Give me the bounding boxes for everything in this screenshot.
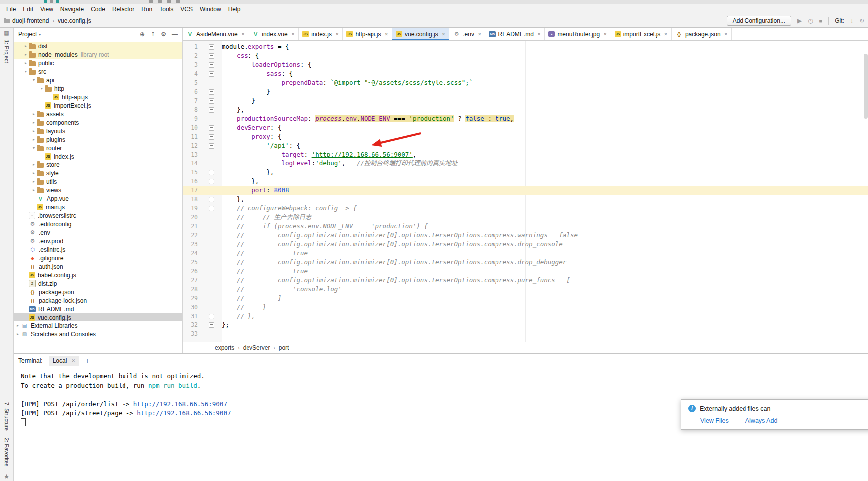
close-icon[interactable]: ✕: [71, 358, 75, 363]
breadcrumb-item-duoji-frontend[interactable]: duoji-frontend: [12, 17, 49, 24]
editor-breadcrumb-exports[interactable]: exports: [215, 344, 234, 351]
fold-start-icon[interactable]: [209, 62, 214, 68]
tab-close-icon[interactable]: ✕: [291, 32, 295, 37]
project-panel-title[interactable]: Project: [18, 31, 37, 38]
code-line-28[interactable]: 28 // 'console.log': [183, 285, 868, 294]
tree-item-plugins[interactable]: ▸plugins: [14, 135, 182, 144]
chevron-right-icon[interactable]: ▸: [31, 137, 37, 142]
editor-tab-package-json[interactable]: {}package.json✕: [672, 28, 732, 40]
editor-tab-index-js[interactable]: JSindex.js✕: [299, 28, 343, 40]
chevron-down-icon[interactable]: ▾: [23, 69, 29, 74]
code-line-13[interactable]: 13 target: 'http://192.168.66.56:9007',: [183, 150, 868, 159]
tree-item-vue-config-js[interactable]: JSvue.config.js: [14, 313, 182, 321]
editor-scrollbar[interactable]: [864, 54, 868, 119]
fold-start-icon[interactable]: [209, 44, 214, 50]
code-line-1[interactable]: 1module.exports = {: [183, 42, 868, 51]
editor-breadcrumb-devserver[interactable]: devServer: [243, 344, 270, 351]
code-line-14[interactable]: 14 logLevel:'debug', //控制台终端打印代理前的真实地址: [183, 159, 868, 168]
menu-item-tools[interactable]: Tools: [156, 5, 177, 14]
tree-item-readme-md[interactable]: MDREADME.md: [14, 305, 182, 313]
tree-item-app-vue[interactable]: VApp.vue: [14, 194, 182, 203]
code-line-8[interactable]: 8 },: [183, 105, 868, 114]
chevron-right-icon[interactable]: ▸: [31, 179, 37, 184]
chevron-right-icon[interactable]: ▸: [23, 44, 29, 48]
tree-item-layouts[interactable]: ▸layouts: [14, 127, 182, 135]
view-files-link[interactable]: View Files: [700, 417, 729, 424]
menu-item-code[interactable]: Code: [87, 5, 109, 14]
chevron-right-icon[interactable]: ▸: [31, 112, 37, 116]
tree-item-main-js[interactable]: JSmain.js: [14, 203, 182, 211]
code-line-15[interactable]: 15 },: [183, 168, 868, 177]
tab-close-icon[interactable]: ✕: [537, 32, 541, 37]
tree-item-eslintrc-js[interactable]: ⬡.eslintrc.js: [14, 245, 182, 254]
tree-item-components[interactable]: ▸components: [14, 118, 182, 127]
chevron-right-icon[interactable]: ▸: [31, 188, 37, 192]
tree-item-assets[interactable]: ▸assets: [14, 110, 182, 118]
chevron-down-icon[interactable]: ▾: [39, 32, 41, 37]
tree-item-package-json[interactable]: {}package.json: [14, 288, 182, 296]
stop-icon[interactable]: ■: [819, 18, 823, 24]
code-line-3[interactable]: 3 loaderOptions: {: [183, 60, 868, 69]
fold-end-icon[interactable]: [209, 107, 214, 113]
code-line-32[interactable]: 32};: [183, 321, 868, 329]
code-line-25[interactable]: 25 // config.optimization.minimizer[0].o…: [183, 258, 868, 267]
tree-item-dist-zip[interactable]: Zdist.zip: [14, 279, 182, 288]
editor[interactable]: 1module.exports = {2 css: {3 loaderOptio…: [183, 41, 868, 342]
fold-end-icon[interactable]: [209, 322, 214, 328]
code-line-19[interactable]: 19 // configureWebpack: config => {: [183, 204, 868, 213]
editor-tab-env[interactable]: ⚙.env✕: [449, 28, 485, 40]
code-line-16[interactable]: 16 },: [183, 177, 868, 186]
chevron-right-icon[interactable]: ▸: [23, 61, 29, 65]
add-configuration-button[interactable]: Add Configuration...: [727, 16, 791, 26]
code-line-31[interactable]: 31 // },: [183, 312, 868, 321]
menu-item-view[interactable]: View: [37, 5, 57, 14]
always-add-link[interactable]: Always Add: [745, 417, 778, 424]
fold-end-icon[interactable]: [209, 98, 214, 104]
tab-close-icon[interactable]: ✕: [335, 32, 339, 37]
collapse-all-icon[interactable]: ↥: [150, 31, 155, 38]
tree-item-public[interactable]: ▸public: [14, 59, 182, 67]
tab-close-icon[interactable]: ✕: [478, 32, 482, 37]
tree-item-auth-json[interactable]: {}auth.json: [14, 262, 182, 271]
tree-item-dist[interactable]: ▸dist: [14, 42, 182, 50]
new-terminal-icon[interactable]: +: [85, 357, 89, 365]
tab-close-icon[interactable]: ✕: [384, 32, 388, 37]
menu-item-navigate[interactable]: Navigate: [57, 5, 87, 14]
code-line-24[interactable]: 24 // true: [183, 249, 868, 258]
editor-tab-importexcel-js[interactable]: JSimportExcel.js✕: [611, 28, 672, 40]
favorites-star-icon[interactable]: ★: [4, 473, 10, 480]
tree-item-views[interactable]: ▸views: [14, 186, 182, 194]
code-line-11[interactable]: 11 proxy: {: [183, 132, 868, 141]
tree-item-env[interactable]: ⚙.env: [14, 228, 182, 237]
tree-item-package-lock-json[interactable]: {}package-lock.json: [14, 296, 182, 305]
code-line-9[interactable]: 9 productionSourceMap: process.env.NODE_…: [183, 114, 868, 123]
menu-item-window[interactable]: Window: [196, 5, 225, 14]
tab-close-icon[interactable]: ✕: [664, 32, 668, 37]
code-line-2[interactable]: 2 css: {: [183, 51, 868, 60]
chevron-right-icon[interactable]: ▸: [15, 332, 21, 336]
tree-item-env-prod[interactable]: ⚙.env.prod: [14, 237, 182, 245]
fold-start-icon[interactable]: [209, 134, 214, 140]
code-line-4[interactable]: 4 sass: {: [183, 69, 868, 78]
editor-tab-index-vue[interactable]: Vindex.vue✕: [248, 28, 299, 40]
code-line-17[interactable]: 17 port: 8008: [183, 186, 868, 195]
tree-item-node-modules[interactable]: ▸node_moduleslibrary root: [14, 50, 182, 59]
code-line-29[interactable]: 29 // ]: [183, 294, 868, 303]
fold-end-icon[interactable]: [209, 170, 214, 175]
tab-close-icon[interactable]: ✕: [241, 32, 245, 37]
tree-item-external-libraries[interactable]: ▸▤External Libraries: [14, 321, 182, 330]
menu-item-help[interactable]: Help: [225, 5, 244, 14]
tree-item-style[interactable]: ▸style: [14, 169, 182, 177]
tree-item-http-api-js[interactable]: JShttp-api.js: [14, 93, 182, 101]
tool-stripe-project[interactable]: 1: Project: [4, 40, 10, 63]
git-branch-label[interactable]: Git:: [835, 17, 844, 24]
tree-item-gitignore[interactable]: ◆.gitignore: [14, 254, 182, 262]
menu-item-vcs[interactable]: VCS: [177, 5, 196, 14]
fold-end-icon[interactable]: [209, 197, 214, 202]
editor-tab-http-api-js[interactable]: JShttp-api.js✕: [343, 28, 392, 40]
tree-item-index-js[interactable]: JSindex.js: [14, 152, 182, 160]
code-line-18[interactable]: 18 },: [183, 195, 868, 204]
tree-item-api[interactable]: ▾api: [14, 76, 182, 84]
terminal-link[interactable]: http://192.168.66.56:9007: [137, 409, 231, 417]
locate-file-icon[interactable]: ⊕: [140, 31, 145, 38]
